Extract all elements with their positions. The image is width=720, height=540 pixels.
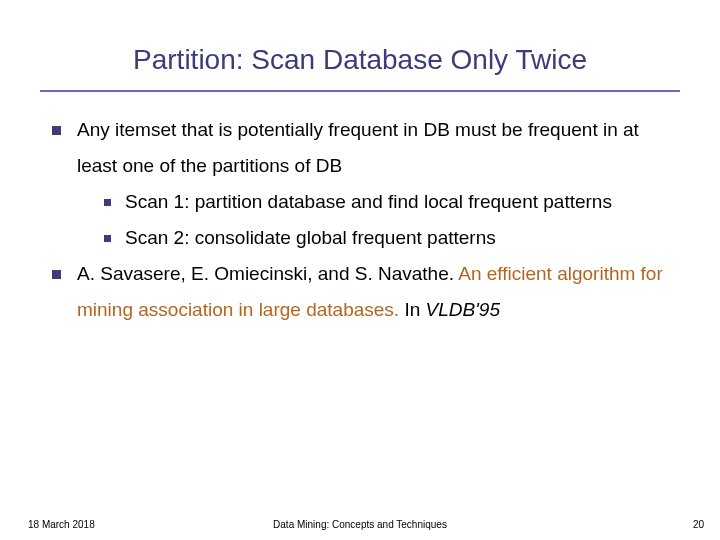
bullet-square-icon	[52, 126, 61, 135]
bullet-text: Any itemset that is potentially frequent…	[77, 112, 668, 184]
citation-venue: VLDB'95	[426, 299, 500, 320]
bullet-level1: Any itemset that is potentially frequent…	[52, 112, 668, 184]
bullet-text: Scan 1: partition database and find loca…	[125, 184, 612, 220]
citation-in: In	[399, 299, 425, 320]
slide-title: Partition: Scan Database Only Twice	[0, 0, 720, 90]
bullet-square-icon	[52, 270, 61, 279]
bullet-level2: Scan 2: consolidate global frequent patt…	[52, 220, 668, 256]
bullet-square-small-icon	[104, 199, 111, 206]
bullet-text: Scan 2: consolidate global frequent patt…	[125, 220, 496, 256]
footer-title: Data Mining: Concepts and Techniques	[0, 519, 720, 530]
footer-page-number: 20	[693, 519, 704, 530]
bullet-text-citation: A. Savasere, E. Omiecinski, and S. Navat…	[77, 256, 668, 328]
bullet-level1: A. Savasere, E. Omiecinski, and S. Navat…	[52, 256, 668, 328]
citation-authors: A. Savasere, E. Omiecinski, and S. Navat…	[77, 263, 458, 284]
bullet-level2: Scan 1: partition database and find loca…	[52, 184, 668, 220]
bullet-square-small-icon	[104, 235, 111, 242]
content-area: Any itemset that is potentially frequent…	[0, 92, 720, 329]
slide: Partition: Scan Database Only Twice Any …	[0, 0, 720, 540]
